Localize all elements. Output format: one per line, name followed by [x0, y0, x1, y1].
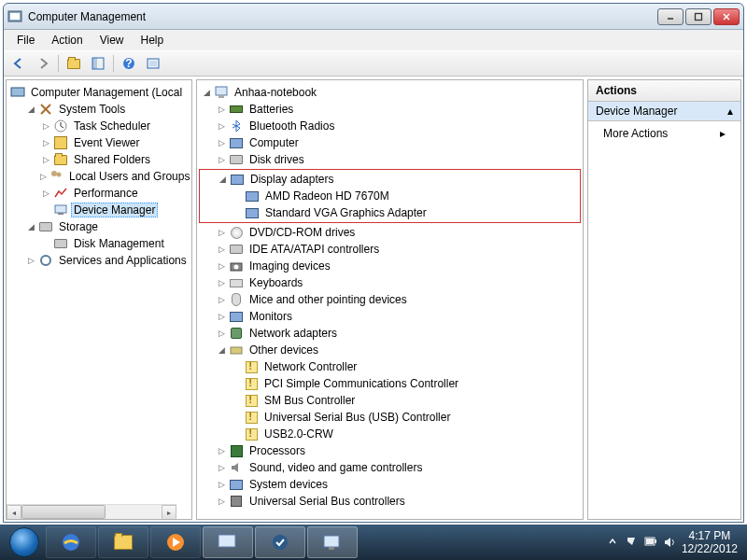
expand-icon[interactable]: ▷ — [216, 227, 227, 238]
show-hidden-icons[interactable] — [607, 536, 620, 549]
tree-label: Sound, video and game controllers — [247, 460, 425, 475]
expand-icon[interactable]: ▷ — [216, 294, 227, 305]
spacer — [231, 378, 242, 389]
device-mice[interactable]: ▷Mice and other pointing devices — [199, 291, 581, 308]
minimize-button[interactable] — [657, 8, 684, 25]
tree-device-manager[interactable]: Device Manager — [8, 202, 190, 218]
clock[interactable]: 4:17 PM 12/22/2012 — [682, 529, 738, 556]
device-sound[interactable]: ▷Sound, video and game controllers — [199, 459, 581, 476]
tree-shared-folders[interactable]: ▷ Shared Folders — [8, 151, 190, 168]
device-batteries[interactable]: ▷Batteries — [199, 101, 581, 118]
collapse-icon[interactable]: ▴ — [727, 105, 733, 118]
device-monitors[interactable]: ▷Monitors — [199, 308, 581, 325]
scroll-thumb[interactable] — [21, 505, 106, 519]
collapse-icon[interactable]: ◢ — [217, 174, 228, 185]
device-ide[interactable]: ▷IDE ATA/ATAPI controllers — [199, 241, 581, 258]
scroll-right-button[interactable]: ▸ — [162, 505, 176, 520]
menu-action[interactable]: Action — [44, 32, 90, 49]
forward-button[interactable] — [32, 53, 54, 74]
expand-icon[interactable]: ▷ — [216, 244, 227, 255]
power-icon[interactable] — [644, 536, 657, 549]
device-usb2-crw[interactable]: USB2.0-CRW — [199, 426, 581, 442]
device-bluetooth[interactable]: ▷Bluetooth Radios — [199, 118, 581, 134]
taskbar-explorer[interactable] — [98, 526, 148, 558]
menu-view[interactable]: View — [92, 32, 132, 49]
collapse-icon[interactable]: ◢ — [216, 344, 227, 356]
tree-performance[interactable]: ▷ Performance — [8, 185, 190, 202]
svg-rect-31 — [646, 539, 654, 544]
tree-label: IDE ATA/ATAPI controllers — [247, 242, 382, 257]
device-system[interactable]: ▷System devices — [199, 476, 581, 493]
collapse-icon[interactable]: ◢ — [25, 221, 36, 232]
close-button[interactable] — [713, 8, 740, 25]
svg-rect-22 — [231, 347, 242, 354]
tree-local-users[interactable]: ▷ Local Users and Groups — [8, 168, 190, 185]
device-network[interactable]: ▷Network adapters — [199, 325, 581, 342]
maximize-button[interactable] — [685, 8, 712, 25]
device-amd-radeon[interactable]: AMD Radeon HD 7670M — [200, 188, 580, 204]
scroll-left-button[interactable]: ◂ — [7, 505, 21, 520]
collapse-icon[interactable]: ◢ — [25, 104, 36, 115]
expand-icon[interactable]: ▷ — [40, 171, 47, 182]
expand-icon[interactable]: ▷ — [216, 496, 227, 507]
expand-icon[interactable]: ▷ — [40, 188, 51, 199]
action-center-icon[interactable] — [626, 536, 639, 549]
tree-system-tools[interactable]: ◢ System Tools — [8, 101, 190, 118]
back-button[interactable] — [7, 53, 30, 74]
expand-icon[interactable]: ▷ — [40, 154, 51, 165]
tree-storage[interactable]: ◢ Storage — [8, 218, 190, 235]
device-net-controller[interactable]: Network Controller — [199, 358, 581, 375]
show-hide-tree-button[interactable] — [63, 53, 85, 74]
tree-root[interactable]: Computer Management (Local — [8, 84, 190, 101]
device-disk-drives[interactable]: ▷Disk drives — [199, 151, 581, 168]
device-usb-bus[interactable]: ▷Universal Serial Bus controllers — [199, 493, 581, 510]
expand-icon[interactable]: ▷ — [216, 137, 227, 148]
help-button[interactable]: ? — [118, 53, 140, 74]
expand-icon[interactable]: ▷ — [40, 137, 51, 148]
expand-icon[interactable]: ▷ — [216, 462, 227, 473]
volume-icon[interactable] — [663, 536, 676, 549]
more-actions-link[interactable]: More Actions ▸ — [588, 121, 740, 146]
taskbar-ie[interactable] — [46, 526, 96, 558]
taskbar-app-1[interactable] — [203, 526, 253, 558]
tree-task-scheduler[interactable]: ▷ Task Scheduler — [8, 118, 190, 134]
scroll-track[interactable] — [21, 505, 162, 519]
tree-services-apps[interactable]: ▷ Services and Applications — [8, 252, 190, 269]
device-imaging[interactable]: ▷Imaging devices — [199, 258, 581, 274]
device-keyboards[interactable]: ▷Keyboards — [199, 274, 581, 291]
actions-section[interactable]: Device Manager ▴ — [588, 102, 740, 121]
device-root[interactable]: ◢ Anhaa-notebook — [199, 84, 581, 101]
menu-help[interactable]: Help — [134, 32, 172, 49]
device-computer[interactable]: ▷Computer — [199, 134, 581, 151]
device-pci-comm[interactable]: PCI Simple Communications Controller — [199, 375, 581, 392]
menu-file[interactable]: File — [9, 32, 42, 49]
tree-event-viewer[interactable]: ▷ Event Viewer — [8, 134, 190, 151]
expand-icon[interactable]: ▷ — [216, 104, 227, 115]
expand-icon[interactable]: ▷ — [216, 328, 227, 339]
expand-icon[interactable]: ▷ — [216, 311, 227, 322]
device-standard-vga[interactable]: Standard VGA Graphics Adapter — [200, 204, 580, 221]
start-button[interactable] — [4, 526, 45, 558]
device-usb-controller[interactable]: Universal Serial Bus (USB) Controller — [199, 409, 581, 426]
expand-icon[interactable]: ▷ — [216, 479, 227, 490]
expand-icon[interactable]: ▷ — [216, 445, 227, 456]
taskbar-app-3[interactable] — [307, 526, 358, 558]
collapse-icon[interactable]: ◢ — [201, 87, 212, 98]
properties-button[interactable] — [87, 53, 109, 74]
action-button[interactable] — [142, 53, 164, 74]
expand-icon[interactable]: ▷ — [216, 260, 227, 272]
expand-icon[interactable]: ▷ — [216, 120, 227, 132]
tree-disk-management[interactable]: Disk Management — [8, 235, 190, 252]
device-sm-bus[interactable]: SM Bus Controller — [199, 392, 581, 409]
expand-icon[interactable]: ▷ — [216, 277, 227, 288]
taskbar-app-2[interactable] — [255, 526, 305, 558]
expand-icon[interactable]: ▷ — [25, 255, 36, 266]
device-display-adapters[interactable]: ◢Display adapters — [200, 171, 580, 188]
horizontal-scrollbar[interactable]: ◂ ▸ — [7, 504, 176, 519]
device-other[interactable]: ◢Other devices — [199, 342, 581, 358]
device-dvd[interactable]: ▷DVD/CD-ROM drives — [199, 224, 581, 241]
taskbar-media-player[interactable] — [150, 526, 201, 558]
device-processors[interactable]: ▷Processors — [199, 442, 581, 459]
expand-icon[interactable]: ▷ — [40, 120, 51, 132]
expand-icon[interactable]: ▷ — [216, 154, 227, 165]
